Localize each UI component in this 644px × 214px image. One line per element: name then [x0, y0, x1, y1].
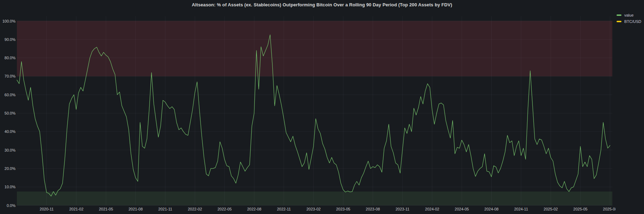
y-tick-label: 60.0% [1, 92, 15, 97]
x-tick-label: 2021-08 [123, 207, 148, 212]
x-tick-label: 2020-11 [34, 207, 59, 212]
x-tick-label: 2021-11 [153, 207, 178, 212]
chart-plot [0, 0, 644, 214]
x-tick-label: 2022-05 [212, 207, 237, 212]
series-color-swatch-icon [617, 14, 621, 16]
x-tick-label: 2024-05 [449, 207, 474, 212]
threshold-band [17, 21, 612, 77]
x-tick-label: 2022-08 [242, 207, 266, 212]
x-tick-label: 2024-11 [509, 207, 533, 212]
y-tick-label: 40.0% [1, 129, 15, 134]
x-tick-label: 2023-11 [390, 207, 415, 212]
panel: Altseason: % of Assets (ex. Stablecoins)… [0, 0, 644, 214]
x-tick-label: 2025-05 [568, 207, 593, 212]
x-tick-label: 2021-05 [94, 207, 118, 212]
legend-label: value [624, 13, 633, 17]
y-tick-label: 30.0% [1, 148, 15, 153]
y-tick-label: 100.0% [1, 19, 15, 24]
y-tick-label: 20.0% [1, 166, 15, 171]
legend-item-btcusd[interactable]: BTC/USD [617, 18, 641, 25]
y-tick-label: 80.0% [1, 55, 15, 60]
threshold-band [17, 191, 612, 205]
chart-canvas[interactable]: 0.0%10.0%20.0%30.0%40.0%50.0%60.0%70.0%8… [0, 0, 644, 214]
legend-label: BTC/USD [624, 19, 641, 24]
legend: value BTC/USD [617, 12, 641, 25]
y-tick-label: 90.0% [1, 37, 15, 42]
x-tick-label: 2024-08 [479, 207, 504, 212]
legend-item-value[interactable]: value [617, 12, 641, 18]
x-tick-label: 2023-08 [360, 207, 385, 212]
x-tick-label: 2023-05 [331, 207, 355, 212]
x-tick-label: 2023-02 [301, 207, 326, 212]
y-tick-label: 10.0% [1, 184, 15, 189]
x-tick-label: 2021-02 [64, 207, 89, 212]
x-tick-label: 2022-02 [183, 207, 207, 212]
y-tick-label: 70.0% [1, 74, 15, 79]
x-tick-label: 2025-02 [538, 207, 563, 212]
x-axis: 2020-112021-022021-052021-082021-112022-… [0, 207, 615, 213]
y-tick-label: 50.0% [1, 111, 15, 116]
series-color-swatch-icon [617, 21, 621, 22]
x-tick-label: 2024-02 [420, 207, 444, 212]
x-tick-label: 2025-08 [598, 207, 615, 212]
x-tick-label: 2022-11 [272, 207, 296, 212]
